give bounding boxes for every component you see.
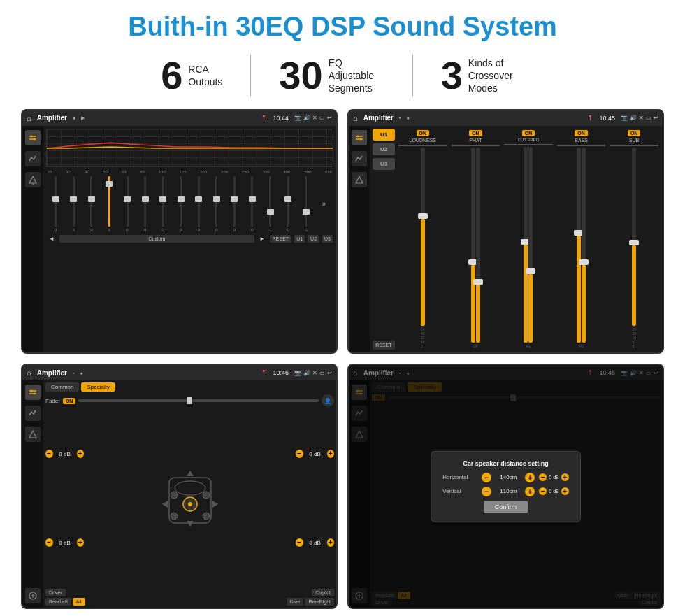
svg-point-9 [360,138,362,140]
fader-back-icon[interactable]: ↩ [327,370,332,376]
minimize-icon[interactable]: ▭ [319,115,325,121]
crossover-close-icon[interactable]: ✕ [639,115,644,121]
crossover-min-icon[interactable]: ▭ [646,115,651,121]
speaker-fl-minus[interactable]: − [45,450,53,458]
ch-bass-slider-1[interactable] [577,148,581,343]
back-icon[interactable]: ↩ [327,115,332,121]
car-diagram-svg [159,464,222,533]
fader-sidebar-btn-1[interactable] [25,385,41,400]
speaker-rl-plus[interactable]: + [77,538,85,547]
speaker-fr-plus[interactable]: + [327,450,335,458]
ch-sub-slider-1[interactable] [632,148,636,327]
eq-slider-9[interactable]: 0 [191,176,208,232]
eq-slider-1[interactable]: 0 [48,176,64,232]
crossover-sidebar-btn-2[interactable] [352,151,367,166]
eq-slider-12[interactable]: 0 [244,176,261,232]
ch-phat-slider-2[interactable] [476,148,480,343]
fader-all-btn[interactable]: All [73,598,85,606]
crossover-u2-btn[interactable]: U2 [373,143,395,155]
fader-rearleft-btn[interactable]: RearLeft [45,598,71,606]
fader-sidebar-btn-4[interactable] [25,588,41,603]
ch-cutfreq-slider-2[interactable] [528,147,533,343]
dialog-vertical-minus[interactable]: − [482,487,491,496]
eq-custom-btn[interactable]: Custom [59,235,254,243]
crossover-sidebar-btn-3[interactable] [352,172,367,187]
dialog-db-minus-1[interactable]: − [539,473,547,481]
fader-sidebar-btn-2[interactable] [25,406,41,421]
ch-loudness-on[interactable]: ON [417,130,430,136]
eq-slider-15[interactable]: -1 [298,176,315,232]
dialog-horizontal-minus[interactable]: − [482,473,491,482]
eq-slider-13[interactable]: -1 [262,176,279,232]
fader-driver-btn[interactable]: Driver [45,589,66,596]
crossover-back-icon[interactable]: ↩ [654,115,658,121]
ch-bass-slider-2[interactable] [582,148,586,343]
speaker-fl-plus[interactable]: + [77,450,85,458]
fader-sidebar-btn-3[interactable] [25,427,41,442]
eq-freq-160: 160 [200,170,207,174]
ch-loudness: ON LOUDNESS [397,129,449,350]
dialog-db-plus-1[interactable]: + [561,473,569,481]
eq-prev-btn[interactable]: ◄ [46,234,57,243]
fader-home-icon[interactable]: ⌂ [27,368,31,377]
svg-marker-15 [29,431,36,438]
eq-slider-arrow[interactable]: » [315,176,332,232]
eq-u3-btn[interactable]: U3 [322,235,333,243]
eq-slider-3[interactable]: 0 [83,176,100,232]
ch-cutfreq-on[interactable]: ON [522,130,535,136]
eq-slider-7[interactable]: 0 [154,176,171,232]
crossover-dot1: ▪ [399,115,401,120]
ch-bass-on[interactable]: ON [575,130,588,136]
ch-sub-on[interactable]: ON [628,130,641,136]
eq-slider-2[interactable]: 0 [66,176,82,232]
dialog-confirm-button[interactable]: Confirm [484,501,528,513]
crossover-sidebar-btn-1[interactable] [352,130,367,145]
eq-sidebar-btn-2[interactable] [25,151,41,166]
fader-tab-specialty[interactable]: Specialty [81,382,115,392]
eq-u1-btn[interactable]: U1 [294,235,305,243]
speaker-rl-val: 0 dB [55,540,75,546]
ch-phat-slider-1[interactable] [471,148,475,343]
eq-next-btn[interactable]: ► [257,234,268,243]
dialog-db-plus-2[interactable]: + [561,487,569,495]
ch-loudness-slider-1[interactable] [421,148,425,327]
dialog-vertical-plus[interactable]: + [525,487,535,496]
fader-user-btn[interactable]: User [287,598,304,606]
close-icon[interactable]: ✕ [312,115,317,121]
fader-on-badge[interactable]: ON [63,398,76,404]
dialog-db-minus-2[interactable]: − [539,487,547,495]
fader-tab-common[interactable]: Common [45,382,79,392]
eq-slider-5[interactable]: 0 [119,176,136,232]
eq-u2-btn[interactable]: U2 [308,235,319,243]
eq-slider-4[interactable]: 5 [101,176,118,232]
fader-copilot-btn[interactable]: Copilot [312,589,334,596]
speaker-fl-row: − 0 dB + [45,450,84,458]
speaker-rl-minus[interactable]: − [45,538,53,547]
fader-min-icon[interactable]: ▭ [319,370,325,376]
ch-phat-on[interactable]: ON [469,130,482,136]
speaker-fr-minus[interactable]: − [296,450,303,458]
home-icon[interactable]: ⌂ [27,114,31,122]
screen-dialog: ⌂ Amplifier ▪ ● 📍 10:46 📷 🔊 ✕ ▭ ↩ [347,364,664,609]
crossover-u1-btn[interactable]: U1 [373,129,395,141]
eq-reset-btn[interactable]: RESET [270,235,291,243]
eq-sidebar-btn-1[interactable] [25,130,41,145]
speaker-rr-plus[interactable]: + [327,538,335,547]
fader-rearright-btn[interactable]: RearRight [305,598,334,606]
crossover-reset-btn[interactable]: RESET [373,341,395,350]
eq-slider-10[interactable]: 0 [208,176,225,232]
speaker-rr-minus[interactable]: − [296,538,303,547]
eq-sidebar-btn-3[interactable] [25,172,41,187]
fader-slider-h[interactable] [78,399,319,402]
eq-slider-8[interactable]: 0 [173,176,189,232]
crossover-u3-btn[interactable]: U3 [373,158,395,170]
crossover-home-icon[interactable]: ⌂ [353,114,358,122]
ch-bass-curve [557,145,606,146]
eq-slider-11[interactable]: 0 [226,176,243,232]
dialog-horizontal-plus[interactable]: + [525,473,535,482]
eq-slider-14[interactable]: 0 [280,176,296,232]
fader-person-icon[interactable]: 👤 [322,394,334,407]
ch-cutfreq-slider-1[interactable] [524,147,528,343]
eq-slider-6[interactable]: 0 [137,176,154,232]
fader-close-icon[interactable]: ✕ [312,370,317,376]
